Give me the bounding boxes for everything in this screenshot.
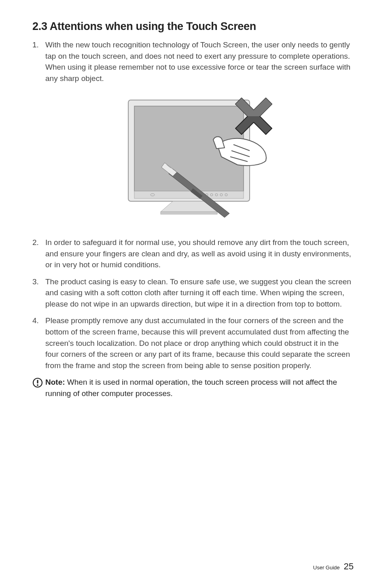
list-item-1: 1. With the new touch recognition techno…	[32, 39, 354, 84]
list-number: 1.	[32, 39, 45, 84]
note-text: Note: When it is used in normal operatio…	[45, 377, 354, 399]
svg-rect-11	[161, 212, 217, 214]
svg-point-21	[37, 384, 38, 386]
note-label: Note:	[45, 378, 65, 386]
list-text: The product casing is easy to clean. To …	[45, 276, 354, 310]
list-text: Please promptly remove any dust accumula…	[45, 315, 354, 371]
list-item-2: 2. In order to safeguard it for normal u…	[32, 237, 354, 271]
exclamation-circle-icon	[32, 377, 43, 388]
list-number: 3.	[32, 276, 45, 310]
page-footer: User Guide 25	[313, 561, 354, 572]
section-heading: 2.3 Attentions when using the Touch Scre…	[32, 20, 354, 33]
list-item-4: 4. Please promptly remove any dust accum…	[32, 315, 354, 371]
note-icon	[32, 377, 45, 388]
list-text: With the new touch recognition technolog…	[45, 39, 354, 84]
note-body: When it is used in normal operation, the…	[45, 378, 337, 398]
page-number: 25	[344, 561, 354, 572]
svg-rect-20	[37, 380, 38, 383]
footer-label: User Guide	[313, 565, 340, 571]
list-number: 2.	[32, 237, 45, 271]
monitor-no-sharp-object-illustration	[112, 92, 274, 226]
illustration-container	[32, 92, 354, 226]
list-number: 4.	[32, 315, 45, 371]
list-item-3: 3. The product casing is easy to clean. …	[32, 276, 354, 310]
note-block: Note: When it is used in normal operatio…	[32, 377, 354, 399]
list-text: In order to safeguard it for normal use,…	[45, 237, 354, 271]
